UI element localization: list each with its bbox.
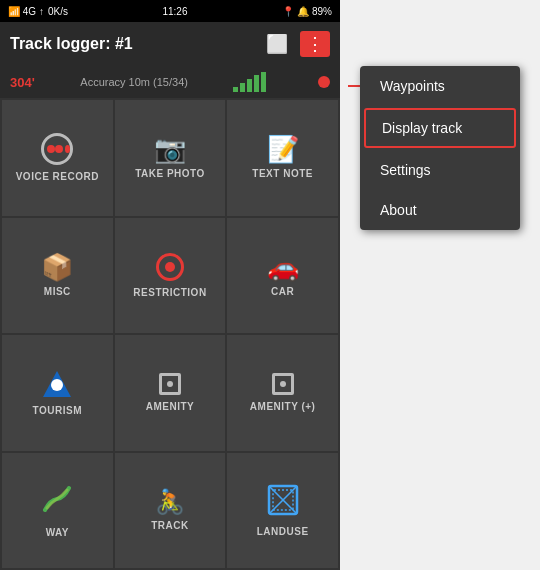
header-icons: ⬜ ⋮ [262,31,330,57]
app-title: Track logger: #1 [10,35,133,53]
bar-5 [261,72,266,92]
recording-indicator [318,76,330,88]
car-icon: 🚗 [267,254,299,280]
restriction-label: RESTRICTION [133,287,206,298]
voice-circle-icon [41,133,73,165]
amenity-plus-icon [272,373,294,395]
way-icon [40,482,74,521]
status-alarm: 🔔 [297,6,309,17]
main-grid: VOICE RECORD 📷 TAKE PHOTO 📝 TEXT NOTE 📦 … [0,98,340,570]
bar-1 [233,87,238,92]
voice-record-cell[interactable]: VOICE RECORD [2,100,113,216]
status-left: 📶 4G ↑ 0K/s [8,6,68,17]
track-icon: 🚴 [155,490,185,514]
status-bar: 📶 4G ↑ 0K/s 11:26 📍 🔔 89% [0,0,340,22]
text-note-cell[interactable]: 📝 TEXT NOTE [227,100,338,216]
status-right: 📍 🔔 89% [282,6,332,17]
text-note-label: TEXT NOTE [252,168,313,179]
dropdown-about[interactable]: About [360,190,520,230]
way-cell[interactable]: WAY [2,453,113,569]
overflow-menu-button[interactable]: ⋮ [300,31,330,57]
dropdown-menu: Waypoints Display track Settings About [360,66,520,230]
restriction-cell[interactable]: RESTRICTION [115,218,226,334]
amenity-cell[interactable]: AMENITY [115,335,226,451]
amenity-plus-label: AMENITY (+) [250,401,316,412]
bar-2 [240,83,245,92]
take-photo-cell[interactable]: 📷 TAKE PHOTO [115,100,226,216]
track-label: TRACK [151,520,189,531]
status-speed: 0K/s [48,6,68,17]
phone-frame: 📶 4G ↑ 0K/s 11:26 📍 🔔 89% Track logger: … [0,0,340,570]
status-time: 11:26 [162,6,187,17]
status-gps: 📍 [282,6,294,17]
tourism-label: TOURISM [33,405,82,416]
note-icon: 📝 [267,136,299,162]
way-label: WAY [46,527,69,538]
car-cell[interactable]: 🚗 CAR [227,218,338,334]
amenity-label: AMENITY [146,401,195,412]
misc-cell[interactable]: 📦 MISC [2,218,113,334]
dropdown-settings[interactable]: Settings [360,150,520,190]
dropdown-display-track[interactable]: Display track [364,108,516,148]
app-header: Track logger: #1 ⬜ ⋮ [0,22,340,66]
tourism-cell[interactable]: TOURISM [2,335,113,451]
amenity-plus-cell[interactable]: AMENITY (+) [227,335,338,451]
track-cell[interactable]: 🚴 TRACK [115,453,226,569]
copy-icon[interactable]: ⬜ [262,31,292,57]
accuracy-text: Accuracy 10m (15/34) [80,76,188,88]
amenity-icon [159,373,181,395]
voice-record-icon [41,133,73,165]
signal-bars [233,72,266,92]
misc-label: MISC [44,286,71,297]
car-label: CAR [271,286,294,297]
landuse-label: LANDUSE [257,526,309,537]
take-photo-label: TAKE PHOTO [135,168,205,179]
bar-4 [254,75,259,92]
landuse-cell[interactable]: LANDUSE [227,453,338,569]
voice-record-label: VOICE RECORD [16,171,99,182]
misc-icon: 📦 [41,254,73,280]
landuse-icon [267,484,299,520]
dropdown-waypoints[interactable]: Waypoints [360,66,520,106]
status-battery: 89% [312,6,332,17]
distance-value: 304' [10,75,35,90]
tourism-icon [42,369,72,399]
info-bar: 304' Accuracy 10m (15/34) [0,66,340,98]
camera-icon: 📷 [154,136,186,162]
restriction-icon [156,253,184,281]
bar-3 [247,79,252,92]
status-signal: 📶 4G ↑ [8,6,44,17]
